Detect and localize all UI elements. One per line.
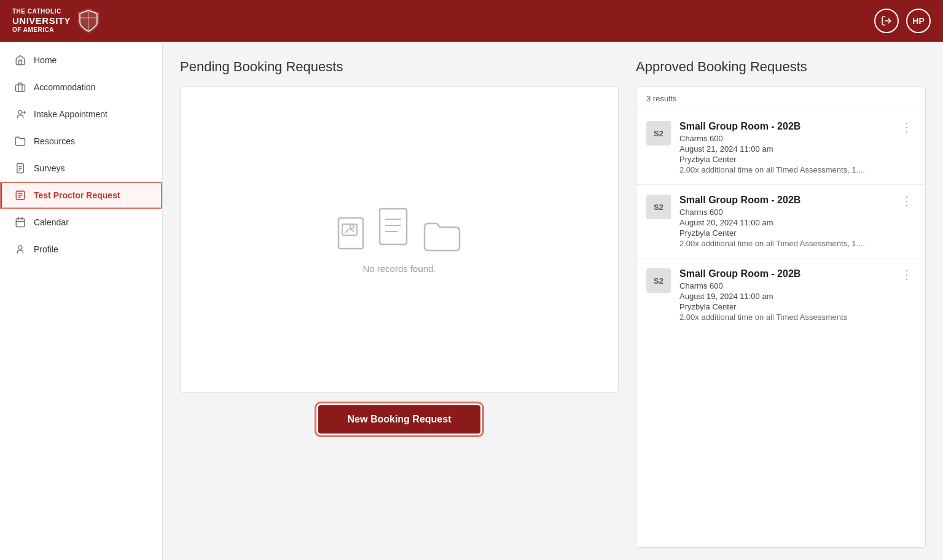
user-initials: HP [912,16,924,26]
empty-state-icons [337,206,462,255]
booking-menu-button[interactable]: ⋮ [898,121,915,133]
shield-logo-icon [77,7,100,34]
home-icon [14,54,26,66]
svg-point-4 [18,111,22,114]
sidebar-item-profile-label: Profile [34,244,58,254]
pending-panel: Pending Booking Requests [163,42,636,560]
svg-rect-3 [16,85,25,91]
new-booking-request-button[interactable]: New Booking Request [318,405,481,434]
approved-panel: Approved Booking Requests 3 results S2 S… [636,42,943,560]
avatar: S2 [646,121,671,146]
main-content: Pending Booking Requests [163,42,943,560]
booking-course: Charms 600 [679,208,890,217]
resources-icon [14,135,26,147]
booking-card: S2 Small Group Room - 202B Charms 600 Au… [636,259,925,332]
sidebar-item-calendar[interactable]: Calendar [0,209,162,236]
empty-doc-icon [377,206,420,255]
sidebar-item-calendar-label: Calendar [34,217,69,227]
sidebar-item-resources-label: Resources [34,136,75,146]
booking-card: S2 Small Group Room - 202B Charms 600 Au… [636,111,925,185]
booking-notes: 2.00x additional time on all Timed Asses… [679,239,890,248]
sidebar-item-intake-appointment[interactable]: Intake Appointment [0,101,162,128]
test-proctor-icon [14,189,26,201]
sidebar-item-accommodation-label: Accommodation [34,82,95,92]
booking-card: S2 Small Group Room - 202B Charms 600 Au… [636,185,925,259]
booking-notes: 2.00x additional time on all Timed Asses… [679,165,890,174]
sidebar-item-test-proctor-label: Test Proctor Request [34,190,120,200]
header-actions: HP [874,9,931,33]
booking-notes: 2.00x additional time on all Timed Asses… [679,313,890,322]
logo: THE CATHOLIC UNIVERSITY OF AMERICA [12,7,100,34]
booking-info: Small Group Room - 202B Charms 600 Augus… [679,268,890,322]
results-count: 3 results [636,87,925,111]
profile-icon [14,243,26,255]
booking-date: August 21, 2024 11:00 am [679,144,890,154]
sidebar-item-test-proctor-request[interactable]: Test Proctor Request [0,182,162,209]
pending-records-box: No records found. [180,86,619,393]
booking-info: Small Group Room - 202B Charms 600 Augus… [679,121,890,174]
empty-state-text: No records found. [362,263,436,274]
new-booking-btn-wrap: New Booking Request [180,405,619,434]
logout-icon [881,15,892,26]
sidebar: Home Accommodation Intake Appointment Re… [0,42,163,560]
booking-course: Charms 600 [679,281,890,290]
sidebar-item-resources[interactable]: Resources [0,128,162,155]
booking-room: Small Group Room - 202B [679,121,890,132]
sidebar-item-surveys[interactable]: Surveys [0,155,162,182]
booking-location: Pryzbyla Center [679,302,890,311]
logo-line3: OF AMERICA [12,26,71,34]
booking-room: Small Group Room - 202B [679,195,890,206]
svg-rect-25 [380,209,407,244]
booking-room: Small Group Room - 202B [679,268,890,279]
sidebar-item-intake-label: Intake Appointment [34,109,108,119]
sidebar-item-profile[interactable]: Profile [0,236,162,263]
booking-date: August 19, 2024 11:00 am [679,292,890,301]
svg-point-19 [18,246,22,249]
booking-info: Small Group Room - 202B Charms 600 Augus… [679,195,890,248]
user-avatar-button[interactable]: HP [906,9,931,33]
booking-menu-button[interactable]: ⋮ [898,268,915,281]
empty-image-icon [337,212,374,255]
sidebar-item-accommodation[interactable]: Accommodation [0,74,162,101]
app-header: THE CATHOLIC UNIVERSITY OF AMERICA HP [0,0,943,42]
logo-line1: THE CATHOLIC [12,8,71,15]
empty-folder-icon [422,215,462,255]
calendar-icon [14,216,26,228]
booking-location: Pryzbyla Center [679,228,890,238]
booking-location: Pryzbyla Center [679,155,890,164]
sidebar-item-home-label: Home [34,55,57,65]
approved-records-box: 3 results S2 Small Group Room - 202B Cha… [636,86,926,548]
booking-menu-button[interactable]: ⋮ [898,195,915,207]
sidebar-item-surveys-label: Surveys [34,163,65,173]
app-body: Home Accommodation Intake Appointment Re… [0,42,943,560]
intake-icon [14,108,26,120]
avatar: S2 [646,195,671,219]
logout-button[interactable] [874,9,899,33]
surveys-icon [14,162,26,174]
approved-panel-title: Approved Booking Requests [636,59,926,75]
booking-date: August 20, 2024 11:00 am [679,218,890,227]
logo-line2: UNIVERSITY [12,15,71,26]
svg-rect-15 [16,219,25,227]
pending-panel-title: Pending Booking Requests [180,59,619,75]
sidebar-item-home[interactable]: Home [0,47,162,74]
accommodation-icon [14,81,26,93]
booking-course: Charms 600 [679,134,890,143]
avatar: S2 [646,268,671,293]
